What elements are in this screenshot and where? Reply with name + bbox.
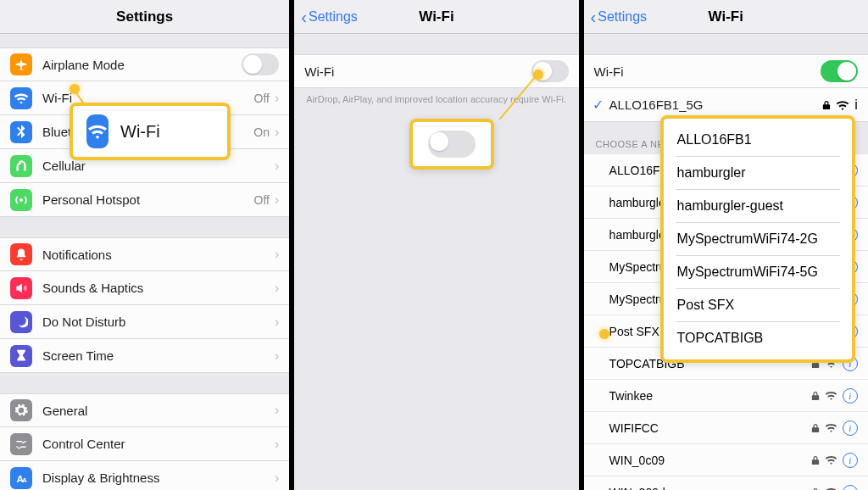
wifi-toggle[interactable] (821, 60, 858, 82)
display-icon (10, 467, 32, 489)
callout-network-row: MySpectrumWiFi74-2G (676, 223, 840, 256)
titlebar: ‹Settings Wi-Fi (294, 0, 578, 34)
wifi-signal-icon (825, 391, 837, 400)
chevron-left-icon: ‹ (301, 8, 307, 25)
wifi-toggle-large (428, 131, 476, 158)
screentime-label: Screen Time (42, 348, 275, 363)
lock-icon (811, 455, 820, 465)
bluetooth-value: On (253, 125, 270, 139)
wifi-signal-icon (825, 423, 837, 432)
page-title: Settings (116, 8, 173, 25)
network-callout: ALLO16FB1hamburglerhamburgler-guestMySpe… (660, 115, 855, 363)
callout-network-row: Post SFX (676, 289, 840, 322)
screentime-row[interactable]: Screen Time › (0, 339, 289, 373)
callout-network-row: hamburgler-guest (676, 190, 840, 223)
chevron-right-icon: › (275, 315, 279, 330)
info-icon[interactable]: i (854, 97, 858, 113)
airplane-mode-row[interactable]: Airplane Mode (0, 47, 289, 81)
chevron-right-icon: › (275, 437, 279, 452)
settings-panel: Settings Airplane Mode Wi-Fi Off › Bluet… (0, 0, 289, 490)
titlebar: ‹Settings Wi-Fi (584, 0, 868, 34)
wifi-toggle-row[interactable]: Wi-Fi (584, 54, 868, 88)
cellular-icon (10, 155, 32, 177)
chevron-right-icon: › (275, 471, 279, 486)
wifi-label: Wi-Fi (594, 64, 821, 79)
highlight-dot (599, 329, 609, 339)
hotspot-value: Off (254, 193, 270, 207)
hourglass-icon (10, 345, 32, 367)
callout-network-row: TOPCATBIGB (676, 322, 840, 354)
network-row[interactable]: WIN_0c09i (584, 444, 868, 476)
notifications-row[interactable]: Notifications › (0, 237, 289, 271)
general-label: General (42, 404, 275, 418)
display-label: Display & Brightness (42, 471, 275, 485)
cellular-label: Cellular (42, 159, 275, 173)
network-name: WIN_209d (609, 486, 811, 491)
chevron-right-icon: › (275, 348, 279, 364)
wifi-icon (10, 87, 32, 109)
wifi-signal-icon (836, 100, 849, 110)
back-button[interactable]: ‹Settings (301, 8, 357, 25)
toggle-callout (409, 119, 494, 170)
dnd-row[interactable]: Do Not Disturb › (0, 305, 289, 339)
airplane-label: Airplane Mode (42, 58, 242, 72)
display-row[interactable]: Display & Brightness › (0, 461, 289, 490)
wifi-callout-label: Wi-Fi (120, 122, 160, 142)
chevron-left-icon: ‹ (591, 8, 597, 25)
wifi-hint: AirDrop, AirPlay, and improved location … (294, 88, 578, 106)
sounds-row[interactable]: Sounds & Haptics › (0, 271, 289, 305)
network-row[interactable]: WIFIFCCi (584, 412, 868, 444)
sounds-icon (10, 277, 32, 299)
network-name: WIFIFCC (609, 421, 811, 435)
lock-icon (822, 100, 831, 110)
gear-icon (10, 399, 32, 421)
airplane-toggle[interactable] (242, 53, 279, 75)
chevron-right-icon: › (275, 281, 279, 296)
dnd-label: Do Not Disturb (42, 315, 275, 329)
network-row[interactable]: WIN_209di (584, 476, 868, 490)
wifi-value: Off (254, 92, 270, 105)
network-name: Twinkee (609, 389, 811, 403)
wifi-label: Wi-Fi (304, 64, 531, 79)
lock-icon (811, 423, 820, 433)
bluetooth-icon (10, 121, 32, 143)
chevron-right-icon: › (275, 125, 279, 140)
controlcenter-row[interactable]: Control Center › (0, 427, 289, 461)
chevron-right-icon: › (275, 192, 279, 208)
info-icon[interactable]: i (843, 420, 858, 436)
back-label: Settings (598, 9, 647, 25)
lock-icon (811, 391, 820, 401)
info-icon[interactable]: i (843, 485, 858, 491)
info-icon[interactable]: i (843, 388, 858, 404)
airplane-icon (10, 53, 32, 75)
hotspot-row[interactable]: Personal Hotspot Off › (0, 183, 289, 217)
wifi-on-panel: ‹Settings Wi-Fi Wi-Fi ✓ ALLO16FB1_5G i C… (579, 0, 868, 490)
notifications-label: Notifications (42, 248, 275, 262)
sounds-label: Sounds & Haptics (42, 281, 275, 295)
settings-group-general: General › Control Center › Display & Bri… (0, 393, 289, 490)
controlcenter-label: Control Center (42, 437, 275, 451)
hotspot-icon (10, 189, 32, 211)
chevron-right-icon: › (275, 91, 279, 106)
callout-network-row: ALLO16FB1 (676, 124, 840, 157)
back-button[interactable]: ‹Settings (591, 8, 647, 25)
wifi-icon (86, 114, 108, 148)
network-name: WIN_0c09 (609, 454, 811, 467)
sliders-icon (10, 433, 32, 455)
notifications-icon (10, 243, 32, 265)
wifi-callout: Wi-Fi (70, 103, 231, 160)
page-title: Wi-Fi (709, 8, 743, 25)
general-row[interactable]: General › (0, 393, 289, 427)
info-icon[interactable]: i (843, 453, 858, 468)
settings-group-notifications: Notifications › Sounds & Haptics › Do No… (0, 237, 289, 373)
chevron-right-icon: › (275, 247, 279, 262)
network-row[interactable]: Twinkeei (584, 380, 868, 412)
chevron-right-icon: › (275, 159, 279, 174)
hotspot-label: Personal Hotspot (42, 192, 254, 207)
callout-network-row: MySpectrumWiFi74-5G (676, 256, 840, 289)
titlebar: Settings (0, 0, 289, 34)
wifi-signal-icon (825, 455, 837, 465)
moon-icon (10, 311, 32, 333)
lock-icon (811, 487, 820, 491)
back-label: Settings (309, 9, 358, 25)
